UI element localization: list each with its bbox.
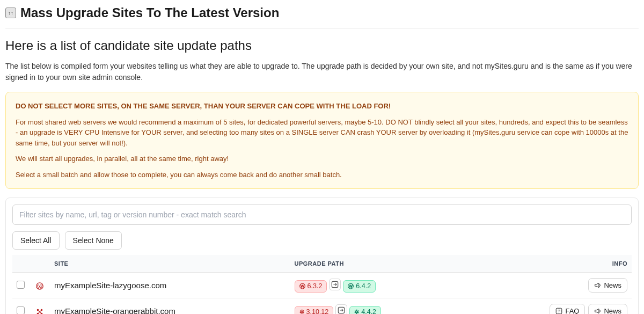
page-title: ↑↑ Mass Upgrade Sites To The Latest Vers… [5, 5, 639, 20]
megaphone-icon [594, 308, 601, 314]
row-checkbox[interactable] [17, 281, 25, 289]
joomla-glyph-icon: ✲ [354, 309, 359, 314]
megaphone-icon [594, 282, 601, 289]
arrow-icon [335, 304, 347, 314]
table-row: myExampleSite-orangerabbit.com✲ 3.10.12✲… [12, 298, 632, 315]
select-none-button[interactable]: Select None [65, 231, 122, 250]
question-icon: ? [555, 308, 562, 314]
news-button[interactable]: News [588, 304, 627, 314]
site-name: myExampleSite-orangerabbit.com [50, 298, 290, 315]
wordpress-glyph-icon: ⓦ [348, 282, 354, 290]
news-button[interactable]: News [588, 278, 627, 293]
row-checkbox[interactable] [17, 306, 25, 315]
col-info: INFO [466, 255, 632, 273]
select-all-button[interactable]: Select All [12, 231, 60, 250]
col-cms-icon [32, 255, 50, 273]
current-version-badge: ✲ 3.10.12 [295, 306, 334, 314]
warning-line4: Select a small batch and allow those to … [16, 170, 628, 180]
svg-point-2 [37, 309, 39, 311]
col-checkbox [12, 255, 32, 273]
joomla-icon [36, 308, 43, 314]
svg-point-3 [41, 309, 43, 311]
table-row: myExampleSite-lazygoose.comⓦ 6.3.2ⓦ 6.4.… [12, 273, 632, 298]
warning-line1: DO NOT SELECT MORE SITES, ON THE SAME SE… [16, 101, 628, 112]
faq-button[interactable]: ?FAQ [550, 304, 585, 314]
filter-input[interactable] [12, 205, 632, 225]
intro-text: The list below is compiled form your web… [5, 61, 639, 83]
wordpress-glyph-icon: ⓦ [299, 282, 305, 290]
warning-line2: For most shared web servers we would rec… [16, 117, 628, 149]
target-version-badge: ⓦ 6.4.2 [343, 280, 376, 293]
sites-table: SITE UPGRADE PATH INFO myExampleSite-laz… [12, 255, 632, 314]
arrow-icon [329, 279, 341, 290]
col-upgrade-path: UPGRADE PATH [290, 255, 466, 273]
warning-box: DO NOT SELECT MORE SITES, ON THE SAME SE… [5, 92, 639, 189]
subheading: Here is a list of candidate site update … [5, 38, 639, 53]
col-site: SITE [50, 255, 290, 273]
current-version-badge: ⓦ 6.3.2 [295, 280, 327, 293]
wordpress-icon [36, 282, 43, 290]
site-name: myExampleSite-lazygoose.com [50, 273, 290, 298]
joomla-glyph-icon: ✲ [299, 309, 304, 314]
target-version-badge: ✲ 4.4.2 [349, 306, 381, 314]
sites-panel: Select All Select None SITE UPGRADE PATH… [5, 198, 639, 314]
divider [5, 28, 639, 28]
warning-line3: We will start all upgrades, in parallel,… [16, 154, 628, 164]
upgrade-icon: ↑↑ [5, 8, 16, 18]
svg-text:?: ? [558, 309, 561, 313]
page-title-text: Mass Upgrade Sites To The Latest Version [20, 5, 279, 20]
